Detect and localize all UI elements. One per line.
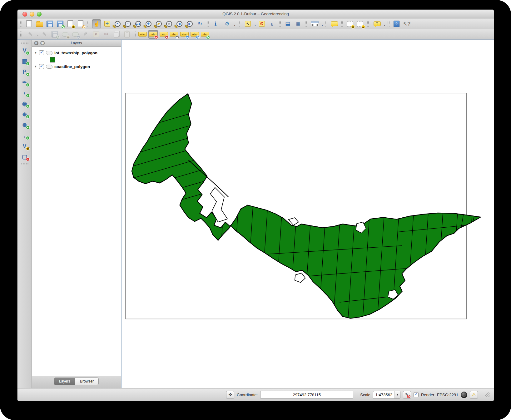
add-wfs-layer-button[interactable]: ⊛+ bbox=[20, 121, 30, 129]
title-bar[interactable]: QGIS 2.0.1-Dufour – Georeferencing bbox=[17, 10, 494, 18]
panel-close-icon[interactable]: ✕ bbox=[34, 41, 38, 45]
zoom-next-button[interactable]: ▶ bbox=[185, 20, 194, 28]
save-project-button[interactable] bbox=[45, 20, 54, 28]
zoom-full-button[interactable]: ✛ bbox=[144, 20, 153, 28]
add-raster-layer-button[interactable]: ▦+ bbox=[20, 57, 30, 66]
save-project-as-button[interactable]: ✎ bbox=[56, 20, 64, 28]
select-by-expression-button[interactable]: ε bbox=[268, 20, 276, 28]
add-oracle-layer-button[interactable]: ◉+ bbox=[20, 99, 30, 108]
current-edits-dropdown-arrow[interactable]: ▾ bbox=[37, 34, 38, 37]
layer-name[interactable]: lot_township_polygon bbox=[54, 51, 97, 55]
toolbar-separator bbox=[206, 21, 209, 27]
highlight-pinned-labels-button[interactable]: ab● bbox=[159, 30, 168, 38]
minimize-window-button[interactable] bbox=[30, 12, 34, 17]
mouse-position-toggle-icon[interactable]: ✜ bbox=[226, 391, 234, 399]
toolbar-drag-handle[interactable] bbox=[21, 163, 28, 166]
scale-combo[interactable]: 1:473562 ▼ bbox=[373, 391, 400, 399]
screenshot-stage: QGIS 2.0.1-Dufour – Georeferencing ✎✱⚒☝✛… bbox=[0, 0, 511, 420]
layer-labeling-options-button[interactable]: abc bbox=[138, 30, 147, 38]
layer-item-coastline-polygon[interactable]: ▼ ✓ coastline_polygon bbox=[34, 63, 119, 70]
layer-tree[interactable]: ▼ ✓ lot_township_polygon ▼ ✓ coastline_p… bbox=[32, 47, 121, 376]
show-bookmarks-button[interactable]: ▰ bbox=[356, 20, 365, 28]
zoom-last-button[interactable]: ◀ bbox=[175, 20, 184, 28]
expand-triangle-icon[interactable]: ▼ bbox=[34, 51, 37, 54]
select-features-dropdown-arrow[interactable]: ▾ bbox=[255, 24, 256, 27]
toolbar-drag-handle[interactable] bbox=[21, 42, 28, 44]
current-edits-icon: ✎ bbox=[28, 32, 32, 37]
field-calculator-button[interactable]: ≣ bbox=[294, 20, 302, 28]
crs-globe-icon[interactable] bbox=[461, 392, 467, 398]
zoom-native-button[interactable]: 1:1 bbox=[134, 20, 142, 28]
new-project-button[interactable] bbox=[25, 20, 33, 28]
add-postgis-layer-button[interactable]: P+ bbox=[20, 67, 30, 76]
toolbar-separator bbox=[87, 21, 90, 27]
layer-color-swatch[interactable] bbox=[50, 57, 55, 62]
layer-name[interactable]: coastline_polygon bbox=[54, 64, 90, 69]
zoom-in-button[interactable]: + bbox=[113, 20, 122, 28]
layer-item-lot-township-polygon[interactable]: ▼ ✓ lot_township_polygon bbox=[34, 49, 119, 56]
measure-button[interactable]: ▾ bbox=[309, 20, 323, 28]
help-contents-icon: ? bbox=[394, 21, 399, 27]
zoom-to-selection-button[interactable]: ▰ bbox=[154, 20, 163, 28]
open-project-button[interactable] bbox=[35, 20, 44, 28]
close-window-button[interactable] bbox=[22, 12, 27, 17]
change-label-button[interactable]: abc✎ bbox=[201, 30, 209, 38]
new-bookmark-button[interactable]: ✱ bbox=[345, 20, 354, 28]
stop-rendering-icon[interactable]: ✎ bbox=[403, 391, 411, 399]
layer-visibility-checkbox[interactable]: ✓ bbox=[39, 50, 44, 55]
map-tips-button[interactable] bbox=[330, 20, 339, 28]
remove-layer-button[interactable]: ▢− bbox=[20, 152, 30, 161]
open-attribute-table-button[interactable]: ▤ bbox=[283, 20, 292, 28]
rotate-label-button[interactable]: abc↻ bbox=[190, 30, 199, 38]
panel-float-icon[interactable]: ▣ bbox=[40, 41, 45, 45]
refresh-button[interactable]: ↻ bbox=[196, 20, 204, 28]
whats-this-button[interactable]: ↖? bbox=[402, 20, 411, 28]
zoom-to-layer-icon: ▰ bbox=[166, 21, 172, 27]
select-features-button[interactable]: ↖▾ bbox=[242, 20, 256, 28]
toolbar-separator bbox=[367, 21, 369, 27]
new-print-composer-button[interactable]: ✱ bbox=[66, 20, 75, 28]
pan-to-selection-button[interactable]: ✛ bbox=[103, 20, 112, 28]
move-label-button[interactable]: abc➜ bbox=[180, 30, 189, 38]
layer-labeling-options-icon: abc bbox=[138, 32, 147, 37]
zoom-out-button[interactable]: − bbox=[123, 20, 132, 28]
show-hide-labels-button[interactable]: abc◉ bbox=[170, 30, 178, 38]
composer-manager-button[interactable]: ⚒ bbox=[76, 20, 85, 28]
new-shapefile-layer-button[interactable]: V✱▾ bbox=[20, 142, 30, 151]
new-shapefile-layer-dropdown-arrow[interactable]: ▾ bbox=[28, 146, 29, 149]
help-contents-button[interactable]: ? bbox=[392, 20, 401, 28]
tab-browser[interactable]: Browser bbox=[75, 378, 99, 385]
toolbar-separator bbox=[387, 21, 390, 27]
expand-triangle-icon[interactable]: ▼ bbox=[34, 65, 37, 68]
tab-layers[interactable]: Layers bbox=[54, 378, 75, 385]
coordinate-input[interactable] bbox=[260, 391, 353, 399]
layer-color-swatch[interactable] bbox=[50, 71, 55, 76]
message-log-icon[interactable]: ⚠ bbox=[470, 391, 478, 399]
deselect-features-button[interactable]: ∅ bbox=[257, 20, 266, 28]
zoom-window-button[interactable] bbox=[37, 12, 42, 17]
text-annotation-dropdown-arrow[interactable]: ▾ bbox=[384, 24, 385, 27]
add-wms-layer-button[interactable]: ⊕+ bbox=[20, 110, 30, 119]
run-feature-action-button[interactable]: ⚙▾ bbox=[221, 20, 235, 28]
map-view bbox=[122, 40, 494, 388]
zoom-to-layer-button[interactable]: ▰ bbox=[165, 20, 173, 28]
window-resize-grip[interactable] bbox=[485, 393, 490, 397]
zoom-native-symbol: 1:1 bbox=[136, 22, 141, 26]
new-bookmark-badge-icon: ✱ bbox=[351, 25, 355, 29]
layer-visibility-checkbox[interactable]: ✓ bbox=[39, 64, 44, 69]
scale-dropdown-arrow[interactable]: ▼ bbox=[394, 391, 400, 398]
add-spatialite-layer-button[interactable]: ✒+ bbox=[20, 78, 30, 87]
text-annotation-button[interactable]: T▾ bbox=[371, 20, 385, 28]
zoom-in-symbol: + bbox=[115, 22, 120, 26]
map-canvas[interactable] bbox=[122, 40, 494, 388]
identify-features-button[interactable]: ℹ bbox=[211, 20, 220, 28]
add-mssql-layer-button[interactable]: ◗+ bbox=[20, 89, 30, 97]
measure-dropdown-arrow[interactable]: ▾ bbox=[322, 24, 323, 27]
pin-unpin-labels-button[interactable]: ab● bbox=[148, 30, 158, 39]
render-checkbox[interactable]: ✓ bbox=[414, 392, 419, 397]
add-vector-layer-button[interactable]: V+ bbox=[20, 46, 30, 55]
pan-map-button[interactable]: ☝ bbox=[92, 19, 101, 28]
add-delimited-text-layer-button[interactable]: ,+ bbox=[20, 131, 30, 140]
run-feature-action-dropdown-arrow[interactable]: ▾ bbox=[234, 24, 235, 27]
zoom-next-icon: ▶ bbox=[187, 21, 193, 27]
